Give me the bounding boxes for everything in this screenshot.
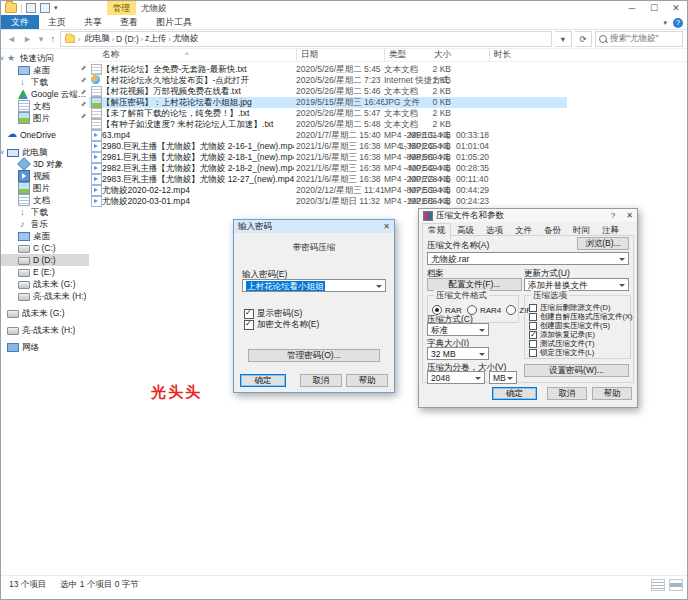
sidebar-item[interactable]: 战未来 (G:)	[1, 278, 89, 290]
ribbon-tab[interactable]: 共享	[75, 15, 111, 29]
archive-name-input[interactable]: 尤物姣.rar	[427, 252, 629, 265]
ribbon-tab[interactable]: 文件	[1, 15, 39, 29]
sidebar-item[interactable]: D (D:)	[1, 254, 89, 266]
dialog-button[interactable]: 取消	[547, 387, 587, 400]
file-row[interactable]: 2981.巨乳主播【尤物姣】尤物姣 2-18-1_(new).mp4 2021/…	[89, 152, 567, 163]
dialog-close-icon[interactable]: ✕	[383, 220, 390, 233]
up-icon[interactable]: ↑	[48, 34, 57, 44]
sidebar-item[interactable]: OneDrive	[1, 129, 89, 141]
sidebar-item[interactable]: 3D 对象	[1, 158, 89, 170]
sidebar-item[interactable]: 视频	[1, 170, 89, 182]
threed-icon	[17, 157, 31, 171]
file-row[interactable]: 尤物姣2020-02-12.mp4 2020/2/12/星期三 11:41 MP…	[89, 185, 567, 196]
sidebar-item[interactable]: 亮·战未来 (H:)	[1, 290, 89, 302]
compression-method-select[interactable]: 标准	[427, 323, 489, 336]
file-row[interactable]: 【解压密码】：上村花论坛看小姐姐.jpg 2019/5/15/星期三 16:46…	[89, 97, 567, 108]
volume-size-input[interactable]: 2048	[427, 371, 485, 384]
breadcrumb-item[interactable]: 此电脑	[82, 33, 112, 45]
breadcrumb-item[interactable]: z上传	[143, 33, 168, 45]
ribbon-tab[interactable]: 查看	[111, 15, 147, 29]
file-row[interactable]: 尤物姣2020-03-01.mp4 2020/3/1/星期日 11:32 MP4…	[89, 196, 567, 207]
details-view-icon[interactable]	[651, 579, 665, 591]
sidebar-item[interactable]: 音乐	[1, 218, 89, 230]
forward-icon[interactable]: ►	[21, 34, 34, 44]
file-row[interactable]: 2980.巨乳主播【尤物姣】尤物姣 2-16-1_(new).mp4 2021/…	[89, 141, 567, 152]
password-input[interactable]: 上村花论坛看小姐姐	[242, 279, 386, 292]
dialog-close-icon[interactable]: ✕	[626, 209, 633, 222]
column-header-duration[interactable]: 时长	[489, 48, 511, 61]
sidebar-item[interactable]: C (C:)	[1, 242, 89, 254]
column-header-type[interactable]: 类型	[384, 48, 406, 61]
file-size: 2 KB	[387, 64, 451, 75]
new-folder-icon[interactable]	[40, 3, 50, 13]
back-icon[interactable]: ◄	[5, 34, 18, 44]
dialog-button[interactable]: 帮助	[592, 387, 632, 400]
thumbnail-view-icon[interactable]	[669, 579, 683, 591]
sidebar-item[interactable]: 文档	[1, 100, 89, 112]
set-password-button[interactable]: 设置密码(W)...	[524, 364, 629, 377]
dialog-help-icon[interactable]: ?	[611, 209, 615, 222]
recent-locations-chevron-icon[interactable]: ▾	[37, 34, 46, 44]
customize-qat-chevron-icon[interactable]: ▾	[54, 1, 58, 15]
file-row[interactable]: 2983.巨乳主播【尤物姣】尤物姣 12-27_(new).mp4 2021/1…	[89, 174, 567, 185]
column-header-name[interactable]: 名称	[102, 48, 119, 61]
file-row[interactable]: 【村花论坛】全免费-无套路-最新快.txt 2020/5/26/星期二 5:45…	[89, 64, 567, 75]
checkbox-icon	[244, 320, 254, 330]
breadcrumb-item[interactable]: D (D:)	[114, 34, 141, 44]
browse-button[interactable]: 浏览(B)...	[577, 237, 629, 250]
address-box[interactable]: › 此电脑›D (D:)›z上传›尤物姣›	[60, 31, 552, 47]
minimize-button[interactable]: ─	[621, 1, 643, 15]
sidebar-item[interactable]: 战未来 (G:)	[1, 307, 89, 319]
dialog-button[interactable]: 取消	[300, 374, 342, 387]
file-row[interactable]: 【未了解前下载的论坛，纯免费！】.txt 2020/5/26/星期二 5:47 …	[89, 108, 567, 119]
column-header-date[interactable]: 日期	[296, 48, 318, 61]
ribbon-tab[interactable]: 主页	[39, 15, 75, 29]
sidebar-item[interactable]: 下载	[1, 206, 89, 218]
maximize-button[interactable]: ☐	[643, 1, 665, 15]
items-count: 13 个项目	[9, 579, 46, 591]
file-row[interactable]: 【村花论坛永久地址发布页】-点此打开 2020/5/26/星期二 7:23 In…	[89, 75, 567, 86]
sidebar-item-label: 下载	[31, 206, 48, 218]
file-row[interactable]: 63.mp4 2020/1/7/星期二 15:40 MP4 - MPEG-4 电…	[89, 130, 567, 141]
refresh-icon[interactable]: ⟳	[575, 31, 592, 47]
search-placeholder: 搜索"尤物姣"	[610, 33, 659, 45]
option-checkbox[interactable]: 锁定压缩文件(L)	[529, 348, 630, 357]
dictionary-size-select[interactable]: 32 MB	[427, 347, 489, 360]
close-button[interactable]: ✕	[665, 1, 687, 15]
collapse-ribbon-chevron-icon[interactable]: ▾	[663, 19, 667, 27]
ribbon-tab[interactable]: 图片工具	[147, 15, 201, 29]
sidebar-item[interactable]: 网络	[1, 341, 89, 353]
sidebar-item[interactable]: 亮·战未来 (H:)	[1, 324, 89, 336]
manage-passwords-button[interactable]: 管理密码(O)...	[248, 349, 380, 362]
dialog-button[interactable]: 帮助	[346, 374, 388, 387]
sidebar-item[interactable]: 图片	[1, 182, 89, 194]
password-option-checkbox[interactable]: 显示密码(S)	[244, 308, 319, 319]
sidebar-item[interactable]: E (E:)	[1, 266, 89, 278]
sidebar-item[interactable]: Google 云端硬盘	[1, 88, 89, 100]
file-row[interactable]: 【村花视频】万部视频免费在线看.txt 2020/5/26/星期二 5:46 文…	[89, 86, 567, 97]
dialog-tab[interactable]: 常规	[422, 223, 451, 239]
search-box[interactable]: 搜索"尤物姣"	[595, 31, 683, 47]
address-dropdown-chevron-icon[interactable]: ▾	[555, 31, 572, 47]
sidebar-item[interactable]: 桌面	[1, 64, 89, 76]
file-name: 尤物姣2020-02-12.mp4	[102, 185, 294, 196]
sidebar-item[interactable]: 下载	[1, 76, 89, 88]
sidebar-item[interactable]: 桌面	[1, 230, 89, 242]
sidebar-item[interactable]: 快速访问	[1, 52, 89, 64]
volume-unit-select[interactable]: MB	[489, 371, 517, 384]
breadcrumb-separator: ›	[78, 36, 80, 43]
password-option-checkbox[interactable]: 加密文件名称(E)	[244, 319, 319, 330]
file-row[interactable]: 【有种子如没速度? 来村花论坛人工加速】.txt 2020/5/26/星期二 5…	[89, 119, 567, 130]
sidebar-item[interactable]: 此电脑	[1, 146, 89, 158]
dialog-button[interactable]: 确定	[492, 387, 537, 400]
sidebar-item[interactable]: 图片	[1, 112, 89, 124]
help-icon[interactable]: ?	[673, 18, 683, 28]
dialog-button[interactable]: 确定	[240, 374, 286, 387]
file-row[interactable]: 2982.巨乳主播【尤物姣】尤物姣 2-18-2_(new).mp4 2021/…	[89, 163, 567, 174]
properties-icon[interactable]	[26, 3, 36, 13]
enter-password-dialog: 输入密码 ✕ 带密码压缩 输入密码(E) 上村花论坛看小姐姐 显示密码(S) 加…	[233, 219, 395, 393]
manage-contextual-tab[interactable]: 管理	[107, 1, 136, 15]
breadcrumb-item[interactable]: 尤物姣	[171, 33, 201, 45]
column-header-size[interactable]: 大小	[419, 48, 451, 61]
sidebar-item[interactable]: 文档	[1, 194, 89, 206]
